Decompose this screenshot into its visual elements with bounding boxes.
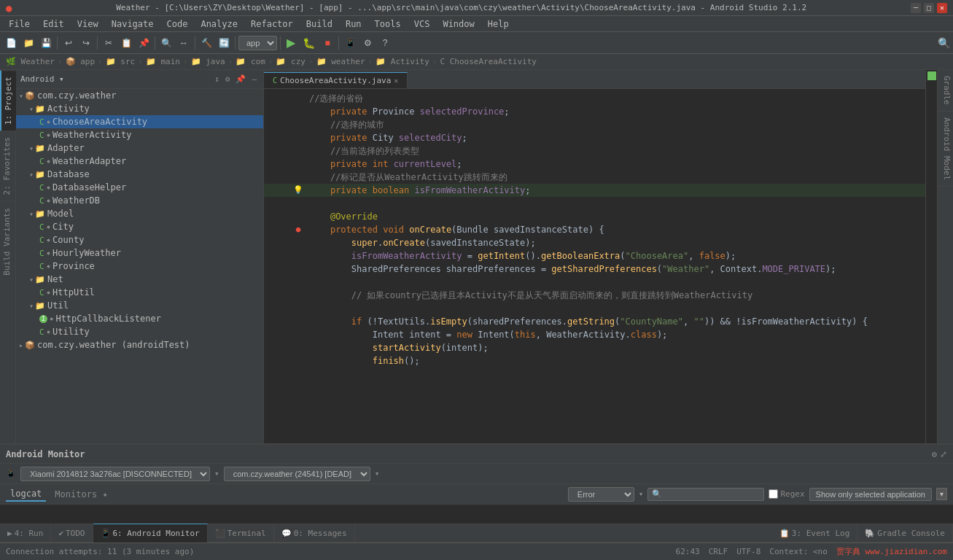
tree-item-net[interactable]: ▾ 📁 Net <box>16 273 263 286</box>
breadcrumb-choosearea[interactable]: C ChooseAreaActivity <box>440 57 536 66</box>
monitor-settings-icon[interactable]: ⚙ <box>932 449 937 459</box>
filter-dropdown-arrow[interactable]: ▾ <box>639 489 644 499</box>
tree-item-http-callback[interactable]: I ✸ HttpCallbackListener <box>16 312 263 325</box>
log-level-filter[interactable]: Error Verbose Debug Info Warning <box>568 487 634 502</box>
toolbar-undo[interactable]: ↩ <box>61 35 77 51</box>
tree-item-hourly-weather[interactable]: C ✸ HourlyWeather <box>16 246 263 260</box>
toolbar-stop[interactable]: ■ <box>319 35 335 51</box>
debug-button[interactable]: 🐛 <box>300 37 318 49</box>
toolbar-find[interactable]: 🔍 <box>158 35 174 51</box>
toolbar-replace[interactable]: ↔ <box>176 35 192 51</box>
maximize-button[interactable]: □ <box>924 3 934 13</box>
menu-view[interactable]: View <box>71 18 104 31</box>
breadcrumb-czy[interactable]: 📁 czy <box>276 57 306 66</box>
tree-item-http-util[interactable]: C ✸ HttpUtil <box>16 286 263 299</box>
tree-item-province[interactable]: C ✸ Province <box>16 260 263 273</box>
run-button[interactable]: ▶ <box>284 36 298 50</box>
toolbar-open[interactable]: 📁 <box>20 35 36 51</box>
line-ending[interactable]: CRLF <box>709 547 728 556</box>
regex-checkbox[interactable] <box>769 489 778 499</box>
left-tab-build-variants[interactable]: Build Variants <box>0 201 16 281</box>
breadcrumb-weather2[interactable]: 📁 weather <box>316 57 365 66</box>
menu-window[interactable]: Window <box>437 18 480 31</box>
bottom-tab-messages[interactable]: 💬 0: Messages <box>274 524 355 542</box>
breadcrumb-java[interactable]: 📁 java <box>191 57 225 66</box>
toolbar-avd[interactable]: 📱 <box>342 35 358 51</box>
close-button[interactable]: ✕ <box>937 3 947 13</box>
breadcrumb-activity[interactable]: 📁 Activity <box>376 57 429 66</box>
right-tab-gradle[interactable]: Gradle <box>938 70 954 112</box>
menu-file[interactable]: File <box>3 18 36 31</box>
menu-navigate[interactable]: Navigate <box>106 18 160 31</box>
breadcrumb-app[interactable]: 📦 app <box>66 57 96 66</box>
breadcrumb-main[interactable]: 📁 main <box>146 57 180 66</box>
tree-item-model[interactable]: ▾ 📁 Model <box>16 207 263 220</box>
toolbar-redo[interactable]: ↪ <box>78 35 94 51</box>
toolbar-sdk[interactable]: ⚙ <box>359 35 376 51</box>
tree-item-choose-area-activity[interactable]: C ✸ ChooseAreaActivity <box>16 115 263 128</box>
breadcrumb-src[interactable]: 📁 src <box>106 57 136 66</box>
bottom-tab-run[interactable]: ▶ 4: Run <box>0 524 51 542</box>
tree-item-adapter[interactable]: ▾ 📁 Adapter <box>16 141 263 155</box>
tree-item-util[interactable]: ▾ 📁 Util <box>16 299 263 312</box>
device-dropdown-arrow[interactable]: ▾ <box>214 469 219 478</box>
toolbar-cut[interactable]: ✂ <box>101 35 117 51</box>
code-area[interactable]: //选择的省份 private Province selectedProvinc… <box>264 89 925 443</box>
tree-item-weather-db[interactable]: C ✸ WeatherDB <box>16 194 263 207</box>
menu-refactor[interactable]: Refactor <box>245 18 299 31</box>
log-search-input[interactable] <box>647 488 764 501</box>
toolbar-build[interactable]: 🔨 <box>198 35 214 51</box>
menu-tools[interactable]: Tools <box>369 18 407 31</box>
tree-item-database[interactable]: ▾ 📁 Database <box>16 168 263 181</box>
menu-build[interactable]: Build <box>300 18 338 31</box>
menu-edit[interactable]: Edit <box>37 18 70 31</box>
menu-vcs[interactable]: VCS <box>408 18 436 31</box>
menu-help[interactable]: Help <box>482 18 515 31</box>
sidebar-sync-icon[interactable]: ↕ <box>212 74 222 85</box>
breadcrumb-weather[interactable]: 🌿 Weather <box>6 57 55 66</box>
tree-item-android-test[interactable]: ▸ 📦 com.czy.weather (androidTest) <box>16 338 263 351</box>
minimize-button[interactable]: ─ <box>911 3 921 13</box>
tree-item-com-czy-weather[interactable]: ▾ 📦 com.czy.weather <box>16 89 263 102</box>
show-only-dropdown-arrow[interactable]: ▾ <box>936 488 947 500</box>
monitor-expand-icon[interactable]: ⤢ <box>940 449 947 459</box>
right-tab-android-model[interactable]: Android Model <box>938 112 954 187</box>
process-dropdown-arrow[interactable]: ▾ <box>375 469 380 478</box>
toolbar-help[interactable]: ? <box>377 35 393 51</box>
log-tab-monitors[interactable]: Monitors ✦ <box>50 488 112 501</box>
bottom-tab-event-log[interactable]: 📋 3: Event Log <box>772 524 857 542</box>
breadcrumb-com[interactable]: 📁 com <box>236 57 265 66</box>
regex-checkbox-label[interactable]: Regex <box>769 489 804 499</box>
tree-item-weather-adapter[interactable]: C ✸ WeatherAdapter <box>16 155 263 168</box>
tree-item-weather-activity[interactable]: C ✸ WeatherActivity <box>16 128 263 141</box>
menu-run[interactable]: Run <box>340 18 367 31</box>
left-tab-project[interactable]: 1: Project <box>0 70 16 131</box>
tree-item-city[interactable]: C ✸ City <box>16 220 263 233</box>
left-tab-favorites[interactable]: 2: Favorites <box>0 131 16 201</box>
tree-item-database-helper[interactable]: C ✸ DatabaseHelper <box>16 181 263 194</box>
device-selector[interactable]: Xiaomi 2014812 3a276ac [DISCONNECTED] <box>20 467 210 481</box>
bottom-tab-todo[interactable]: ✔ TODO <box>51 524 93 542</box>
editor-tab-choose-area[interactable]: C ChooseAreaActivity.java ✕ <box>264 72 408 88</box>
tab-close-icon[interactable]: ✕ <box>394 77 398 85</box>
toolbar-copy[interactable]: 📋 <box>118 35 134 51</box>
bottom-tab-android-monitor[interactable]: 📱 6: Android Monitor <box>93 524 208 542</box>
tree-item-county[interactable]: C ✸ County <box>16 233 263 246</box>
toolbar-new[interactable]: 📄 <box>3 35 19 51</box>
toolbar-sync[interactable]: 🔄 <box>216 35 232 51</box>
process-selector[interactable]: com.czy.weather (24541) [DEAD] <box>224 467 370 481</box>
toolbar-search-icon[interactable]: 🔍 <box>938 37 950 49</box>
toolbar-paste[interactable]: 📌 <box>136 35 152 51</box>
menu-code[interactable]: Code <box>161 18 194 31</box>
bottom-tab-terminal[interactable]: ⬛ Terminal <box>208 524 274 542</box>
toolbar-save[interactable]: 💾 <box>38 35 54 51</box>
show-only-selected-button[interactable]: Show only selected application <box>809 488 932 501</box>
sidebar-hide-icon[interactable]: — <box>249 74 259 85</box>
sidebar-pin-icon[interactable]: 📌 <box>233 74 248 85</box>
bottom-tab-gradle-console[interactable]: 🐘 Gradle Console <box>857 524 953 542</box>
tree-item-utility[interactable]: C ✸ Utility <box>16 325 263 338</box>
log-tab-logcat[interactable]: logcat <box>6 487 46 502</box>
menu-analyze[interactable]: Analyze <box>195 18 244 31</box>
sidebar-gear-icon[interactable]: ⚙ <box>223 74 233 85</box>
encoding[interactable]: UTF-8 <box>736 547 761 556</box>
